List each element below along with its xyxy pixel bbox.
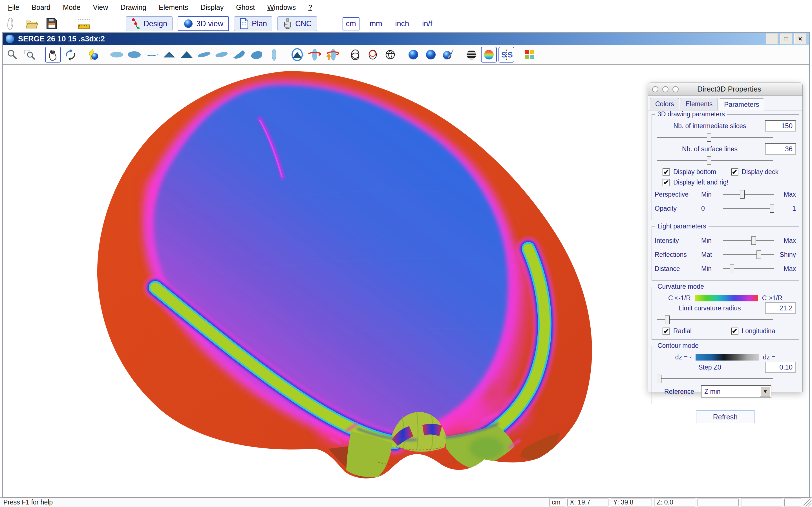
reference-select[interactable]: Z min ▼ <box>701 385 771 398</box>
document-title: SERGE 26 10 15 .s3dx:2 <box>18 35 105 43</box>
display-left-right-checkbox[interactable]: ✔ <box>663 179 670 186</box>
mac-close-icon[interactable] <box>652 86 658 93</box>
display-bottom-checkbox[interactable]: ✔ <box>663 168 670 176</box>
perspective-flat-icon[interactable] <box>214 47 230 62</box>
slices-input[interactable] <box>765 120 796 131</box>
surface-lines-slider[interactable] <box>657 156 773 165</box>
reflections-slider[interactable] <box>723 250 774 260</box>
mac-minimize-icon[interactable] <box>662 86 668 93</box>
menu-display[interactable]: Display <box>200 3 223 11</box>
menu-drawing[interactable]: Drawing <box>120 3 146 11</box>
svg-text:S: S <box>507 50 513 59</box>
radial-checkbox[interactable]: ✔ <box>663 328 670 335</box>
dialog-title-bar[interactable]: Direct3D Properties <box>648 83 802 96</box>
view-3d-button[interactable]: 3D view <box>177 16 229 31</box>
document-title-bar[interactable]: SERGE 26 10 15 .s3dx:2 _ □ × <box>3 33 809 45</box>
rail-shape-icon[interactable] <box>249 47 264 62</box>
plan-button[interactable]: Plan <box>234 16 272 31</box>
maximize-button[interactable]: □ <box>780 34 792 44</box>
menu-windows[interactable]: Windows <box>267 3 296 11</box>
menu-elements[interactable]: Elements <box>159 3 188 11</box>
dimensions-icon[interactable] <box>76 16 92 31</box>
curvature-sphere-icon[interactable] <box>481 47 497 62</box>
slices-slider[interactable] <box>657 133 773 142</box>
display-deck-checkbox[interactable]: ✔ <box>731 168 739 176</box>
slices-label: Nb. of intermediate slices <box>655 122 765 130</box>
design-button[interactable]: Design <box>126 16 172 31</box>
open-folder-icon[interactable] <box>24 16 40 31</box>
zoom-icon[interactable] <box>4 47 20 62</box>
curvature-slider[interactable] <box>657 315 773 325</box>
zoom-window-icon[interactable] <box>22 47 38 62</box>
viewport-3d[interactable]: Direct3D Properties Colors Elements Para… <box>3 64 809 497</box>
unit-inch[interactable]: inch <box>393 18 412 30</box>
limit-curvature-input[interactable] <box>765 302 796 314</box>
surface-lines-input[interactable] <box>765 144 796 155</box>
menu-mode[interactable]: Mode <box>63 3 81 11</box>
tab-colors[interactable]: Colors <box>650 98 679 110</box>
light-icon[interactable] <box>86 47 101 62</box>
opacity-label: Opacity <box>655 205 701 212</box>
opacity-slider[interactable] <box>723 204 774 213</box>
status-help-text: Press F1 for help <box>0 499 549 506</box>
distance-label: Distance <box>655 265 701 273</box>
spin-horizontal-icon[interactable] <box>307 47 322 62</box>
curvature-colorbar <box>695 295 758 301</box>
cnc-button[interactable]: CNC <box>277 16 317 31</box>
slice-front-icon[interactable] <box>161 47 177 62</box>
perspective-fin-icon[interactable] <box>231 47 247 62</box>
mesh-sphere-icon[interactable] <box>382 47 398 62</box>
menu-file[interactable]: File <box>8 3 19 11</box>
distance-slider[interactable] <box>723 264 774 274</box>
intensity-slider[interactable] <box>723 236 774 245</box>
status-extra-3 <box>784 499 801 506</box>
shaded-sphere-icon[interactable] <box>405 47 421 62</box>
contour-sphere-icon[interactable] <box>463 47 479 62</box>
save-icon[interactable] <box>43 16 59 31</box>
flip-vertical-icon[interactable] <box>324 47 340 62</box>
resize-grip[interactable] <box>804 499 811 506</box>
menu-view[interactable]: View <box>93 3 108 11</box>
unit-inf[interactable]: in/f <box>419 18 435 30</box>
group-curvature-mode: Curvature mode C <-1/R C >1/R Limit curv… <box>652 287 799 340</box>
contour-colorbar <box>696 354 759 360</box>
longitudinal-checkbox[interactable]: ✔ <box>731 328 739 335</box>
menu-help[interactable]: ? <box>308 3 312 11</box>
outline-top-icon[interactable] <box>109 47 124 62</box>
unit-mm[interactable]: mm <box>367 18 385 30</box>
step-z0-input[interactable] <box>765 362 796 373</box>
smooth-sphere-icon[interactable] <box>423 47 439 62</box>
dialog-title: Direct3D Properties <box>679 85 780 94</box>
paint-sphere-icon[interactable] <box>441 47 456 62</box>
rotate-3d-icon[interactable] <box>63 47 79 62</box>
mac-zoom-icon[interactable] <box>672 86 679 93</box>
chevron-down-icon[interactable]: ▼ <box>760 386 770 397</box>
perspective-label: Perspective <box>655 191 701 198</box>
status-bar: Press F1 for help cmX: 19.7Y: 39.8Z: 0.0 <box>0 497 812 507</box>
perspective-slider[interactable] <box>723 189 774 199</box>
direct3d-properties-dialog: Direct3D Properties Colors Elements Para… <box>648 82 803 392</box>
board-front-icon[interactable] <box>266 47 282 62</box>
wireframe-red-sphere-icon[interactable] <box>365 47 380 62</box>
unit-cm[interactable]: cm <box>343 17 359 31</box>
menu-board[interactable]: Board <box>32 3 50 11</box>
reference-label: Reference <box>664 388 694 395</box>
wireframe-sphere-icon[interactable] <box>347 47 363 62</box>
minimize-button[interactable]: _ <box>766 34 778 44</box>
tab-elements[interactable]: Elements <box>680 98 718 110</box>
menu-ghost[interactable]: Ghost <box>236 3 255 11</box>
bottom-curve-icon[interactable] <box>144 47 160 62</box>
tab-parameters[interactable]: Parameters <box>719 98 764 110</box>
rotate-object-icon[interactable] <box>289 47 305 62</box>
perspective-thin-icon[interactable] <box>196 47 212 62</box>
step-z0-slider[interactable] <box>657 374 773 384</box>
pan-hand-icon[interactable] <box>45 47 61 62</box>
outline-filled-icon[interactable] <box>126 47 142 62</box>
curvature-max-label: C >1/R <box>762 294 782 302</box>
symmetry-icon[interactable]: SS <box>499 47 514 62</box>
refresh-button[interactable]: Refresh <box>696 410 755 424</box>
new-file-icon[interactable] <box>4 16 20 31</box>
slice-solid-icon[interactable] <box>179 47 195 62</box>
close-button[interactable]: × <box>794 34 806 44</box>
color-palette-icon[interactable] <box>522 47 538 62</box>
